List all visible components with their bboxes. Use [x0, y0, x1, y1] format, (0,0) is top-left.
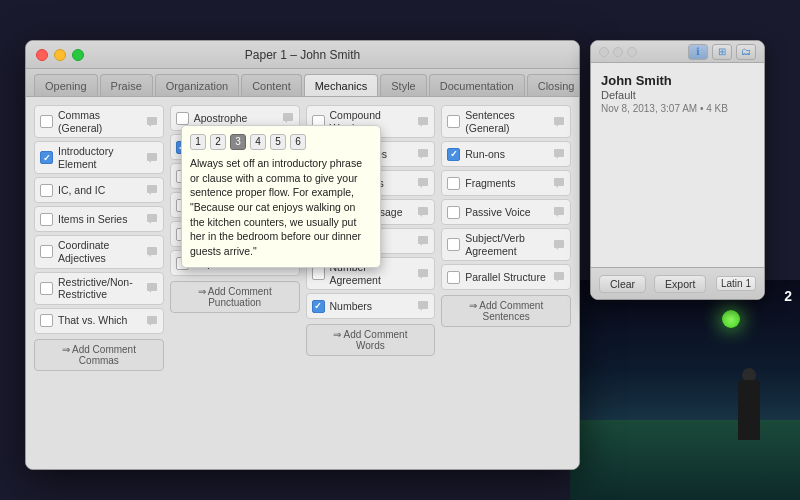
comment-icon[interactable]: [146, 282, 158, 294]
item-label: That vs. Which: [58, 314, 141, 327]
maximize-button[interactable]: [72, 49, 84, 61]
close-button[interactable]: [36, 49, 48, 61]
export-button[interactable]: Export: [654, 275, 706, 293]
checkbox-apostrophe[interactable]: [176, 112, 189, 125]
svg-rect-12: [147, 316, 157, 324]
tooltip-tab-6[interactable]: 6: [290, 134, 306, 150]
tab-style[interactable]: Style: [380, 74, 426, 96]
checkbox-that-which[interactable]: [40, 314, 53, 327]
item-label: Items in Series: [58, 213, 141, 226]
tab-praise[interactable]: Praise: [100, 74, 153, 96]
comment-icon[interactable]: [282, 112, 294, 124]
checkbox-runons[interactable]: [447, 148, 460, 161]
col-sentences: Sentences (General) Run-ons Fragments Pa…: [441, 105, 571, 461]
add-comment-punctuation[interactable]: ⇒ Add Comment Punctuation: [170, 281, 300, 313]
tab-closing[interactable]: Closing: [527, 74, 580, 96]
figure: [730, 360, 770, 440]
tooltip-tab-2[interactable]: 2: [210, 134, 226, 150]
tab-documentation[interactable]: Documentation: [429, 74, 525, 96]
svg-marker-47: [556, 215, 558, 217]
list-item: Coordinate Adjectives: [34, 235, 164, 268]
comment-icon[interactable]: [417, 148, 429, 160]
item-label: Coordinate Adjectives: [58, 239, 141, 264]
add-comment-words[interactable]: ⇒ Add Comment Words: [306, 324, 436, 356]
add-comment-commas[interactable]: ⇒ Add Comment Commas: [34, 339, 164, 371]
comment-icon[interactable]: [146, 213, 158, 225]
tooltip-text: Always set off an introductory phrase or…: [190, 156, 372, 259]
comment-icon[interactable]: [417, 300, 429, 312]
svg-rect-0: [147, 117, 157, 125]
svg-rect-38: [418, 301, 428, 309]
checkbox-restrictive[interactable]: [40, 282, 53, 295]
svg-marker-15: [285, 121, 287, 123]
info-content: John Smith Default Nov 8, 2013, 3:07 AM …: [591, 63, 764, 124]
item-label: Commas (General): [58, 109, 141, 134]
checkbox-sv-agreement[interactable]: [447, 238, 460, 251]
comment-icon[interactable]: [553, 239, 565, 251]
list-item: Restrictive/Non-Restrictive: [34, 272, 164, 305]
comment-icon[interactable]: [146, 116, 158, 128]
moon: [722, 310, 740, 328]
checkbox-numbers[interactable]: [312, 300, 325, 313]
item-label: Apostrophe: [194, 112, 277, 125]
tooltip-tab-4[interactable]: 4: [250, 134, 266, 150]
svg-rect-32: [418, 207, 428, 215]
svg-marker-11: [149, 291, 151, 293]
add-comment-sentences[interactable]: ⇒ Add Comment Sentences: [441, 295, 571, 327]
checkbox-parallel[interactable]: [447, 271, 460, 284]
main-window: Paper 1 – John Smith Opening Praise Orga…: [25, 40, 580, 470]
comment-icon[interactable]: [553, 177, 565, 189]
svg-rect-14: [283, 113, 293, 121]
tab-mechanics[interactable]: Mechanics: [304, 74, 379, 96]
grid-icon-btn[interactable]: ⊞: [712, 44, 732, 60]
checkbox-commas-general[interactable]: [40, 115, 53, 128]
checkbox-number-agreement[interactable]: [312, 267, 325, 280]
svg-marker-1: [149, 125, 151, 127]
language-select[interactable]: Latin 1: [716, 276, 756, 291]
tab-organization[interactable]: Organization: [155, 74, 239, 96]
comment-icon[interactable]: [553, 148, 565, 160]
folder-icon-btn[interactable]: 🗂: [736, 44, 756, 60]
item-label: Restrictive/Non-Restrictive: [58, 276, 141, 301]
svg-marker-35: [420, 244, 422, 246]
content-area: Commas (General) Introductory Element IC…: [26, 97, 579, 469]
item-label: IC, and IC: [58, 184, 141, 197]
checkbox-sentences-general[interactable]: [447, 115, 460, 128]
comment-icon[interactable]: [417, 206, 429, 218]
comment-icon[interactable]: [146, 152, 158, 164]
tooltip-tab-3[interactable]: 3: [230, 134, 246, 150]
tooltip-tab-5[interactable]: 5: [270, 134, 286, 150]
clear-button[interactable]: Clear: [599, 275, 646, 293]
tab-content[interactable]: Content: [241, 74, 302, 96]
list-item: Sentences (General): [441, 105, 571, 138]
minimize-button[interactable]: [54, 49, 66, 61]
checkbox-coord-adj[interactable]: [40, 245, 53, 258]
checkbox-introductory[interactable]: [40, 151, 53, 164]
checkbox-passive[interactable]: [447, 206, 460, 219]
list-item: Subject/Verb Agreement: [441, 228, 571, 261]
comment-icon[interactable]: [146, 184, 158, 196]
item-label: Sentences (General): [465, 109, 548, 134]
checkbox-ic-and-ic[interactable]: [40, 184, 53, 197]
comment-icon[interactable]: [417, 116, 429, 128]
comment-icon[interactable]: [417, 235, 429, 247]
item-label: Introductory Element: [58, 145, 141, 170]
tab-opening[interactable]: Opening: [34, 74, 98, 96]
svg-rect-26: [418, 117, 428, 125]
comment-icon[interactable]: [146, 246, 158, 258]
comment-icon[interactable]: [146, 315, 158, 327]
svg-marker-37: [420, 277, 422, 279]
checkbox-items-series[interactable]: [40, 213, 53, 226]
info-tl-2: [613, 47, 623, 57]
tooltip-tab-1[interactable]: 1: [190, 134, 206, 150]
list-item: IC, and IC: [34, 177, 164, 203]
info-icon-btn[interactable]: ℹ: [688, 44, 708, 60]
checkbox-fragments[interactable]: [447, 177, 460, 190]
tooltip-popover: 1 2 3 4 5 6 Always set off an introducto…: [181, 125, 381, 268]
comment-icon[interactable]: [553, 271, 565, 283]
window-title: Paper 1 – John Smith: [245, 48, 360, 62]
comment-icon[interactable]: [417, 177, 429, 189]
comment-icon[interactable]: [553, 206, 565, 218]
comment-icon[interactable]: [553, 116, 565, 128]
comment-icon[interactable]: [417, 268, 429, 280]
